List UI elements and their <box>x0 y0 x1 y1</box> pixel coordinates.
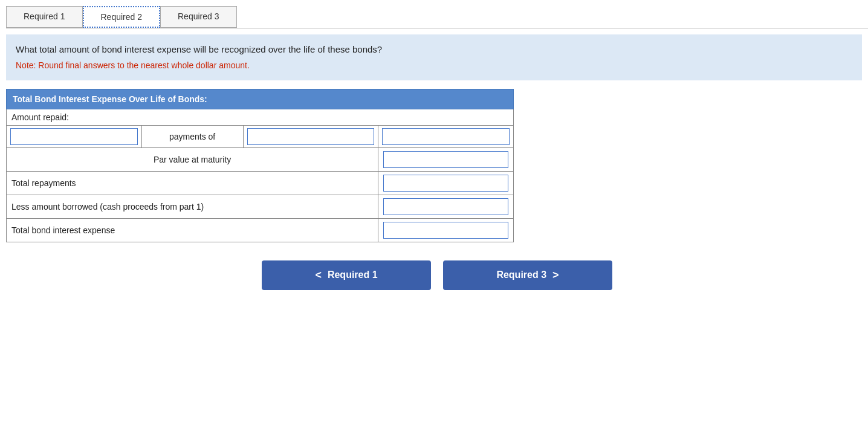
chevron-left-icon: < <box>315 269 322 282</box>
next-button-label: Required 3 <box>496 270 546 280</box>
total-interest-row: Total bond interest expense <box>7 218 514 242</box>
question-main-text: What total amount of bond interest expen… <box>16 43 852 57</box>
par-value-label: Par value at maturity <box>7 147 378 171</box>
total-interest-label: Total bond interest expense <box>7 218 378 242</box>
total-repayments-label: Total repayments <box>7 171 378 195</box>
less-amount-row: Less amount borrowed (cash proceeds from… <box>7 195 514 218</box>
total-repayments-input-cell <box>378 171 514 195</box>
payments-amount-input[interactable] <box>247 128 375 145</box>
table-container: Total Bond Interest Expense Over Life of… <box>6 89 514 242</box>
par-value-row: Par value at maturity <box>7 147 514 171</box>
amount-repaid-label: Amount repaid: <box>7 109 514 125</box>
payments-total-input[interactable] <box>382 128 510 145</box>
less-amount-label: Less amount borrowed (cash proceeds from… <box>7 195 378 218</box>
question-note-text: Note: Round final answers to the nearest… <box>16 59 852 72</box>
tab-required-1[interactable]: Required 1 <box>6 6 83 28</box>
total-interest-input-cell <box>378 218 514 242</box>
tab-required-2-label: Required 2 <box>101 12 143 22</box>
payments-count-cell <box>7 125 142 147</box>
chevron-right-icon: > <box>552 269 559 282</box>
payments-row: payments of <box>7 125 514 147</box>
total-repayments-input[interactable] <box>383 175 508 192</box>
tab-required-3-label: Required 3 <box>178 11 219 21</box>
payments-count-input[interactable] <box>10 128 138 145</box>
prev-button[interactable]: < Required 1 <box>262 260 431 290</box>
less-amount-input[interactable] <box>383 198 508 215</box>
buttons-row: < Required 1 Required 3 > <box>6 260 868 290</box>
tab-required-1-label: Required 1 <box>24 11 65 21</box>
total-interest-input[interactable] <box>383 222 508 239</box>
table-header-cell: Total Bond Interest Expense Over Life of… <box>7 89 514 109</box>
payments-of-label: payments of <box>141 125 243 147</box>
tab-required-2[interactable]: Required 2 <box>83 6 161 28</box>
total-repayments-row: Total repayments <box>7 171 514 195</box>
page-wrapper: Required 1 Required 2 Required 3 What to… <box>0 6 868 290</box>
par-value-input[interactable] <box>383 151 508 168</box>
prev-button-label: Required 1 <box>328 270 378 280</box>
next-button[interactable]: Required 3 > <box>443 260 612 290</box>
payments-amount-cell <box>243 125 378 147</box>
tabs-container: Required 1 Required 2 Required 3 <box>6 6 868 28</box>
payments-total-cell <box>378 125 514 147</box>
table-header-row: Total Bond Interest Expense Over Life of… <box>7 89 514 109</box>
less-amount-input-cell <box>378 195 514 218</box>
question-area: What total amount of bond interest expen… <box>6 34 862 80</box>
amount-repaid-row: Amount repaid: <box>7 109 514 125</box>
par-value-input-cell <box>378 147 514 171</box>
tab-required-3[interactable]: Required 3 <box>160 6 237 28</box>
bond-table: Total Bond Interest Expense Over Life of… <box>6 89 514 242</box>
